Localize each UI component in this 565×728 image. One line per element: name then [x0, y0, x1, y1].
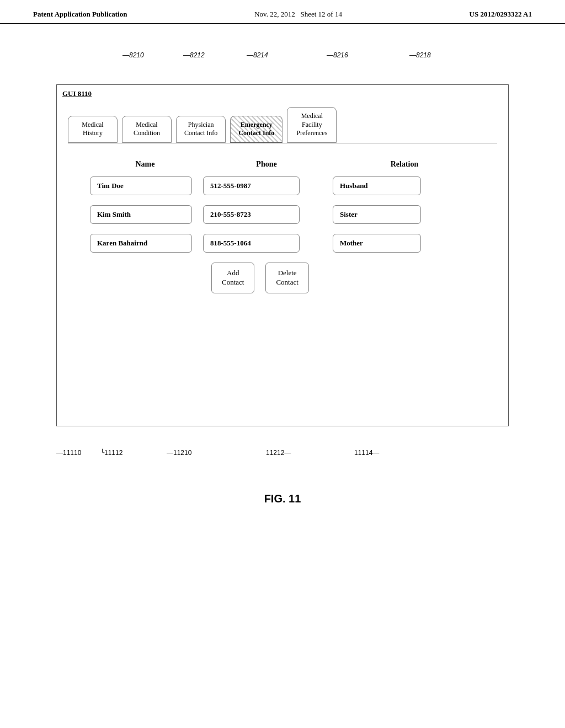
- name-field-1[interactable]: Tim Doe: [90, 176, 192, 195]
- tab-physician-contact[interactable]: PhysicianContact Info: [176, 116, 226, 143]
- contact-row-2: Kim Smith 210-555-8723 Sister: [90, 205, 475, 224]
- bottom-reference-labels: —11110 ╰11112 —11210 11212— 11114—: [56, 432, 509, 459]
- ref-11212: 11212—: [266, 449, 291, 457]
- relation-field-2[interactable]: Sister: [333, 205, 421, 224]
- tab-medical-history[interactable]: MedicalHistory: [68, 116, 118, 143]
- ref-8218: —8218: [409, 51, 431, 59]
- add-contact-button[interactable]: AddContact: [211, 263, 254, 293]
- figure-caption: FIG. 11: [264, 493, 301, 505]
- phone-field-1[interactable]: 512-555-0987: [203, 176, 300, 195]
- col-header-phone: Phone: [211, 160, 322, 169]
- sheet-info: Sheet 12 of 14: [300, 10, 342, 18]
- name-field-2[interactable]: Kim Smith: [90, 205, 192, 224]
- column-headers: Name Phone Relation: [90, 160, 475, 169]
- date-sheet: Nov. 22, 2012 Sheet 12 of 14: [254, 10, 342, 19]
- ref-11114: 11114—: [354, 449, 379, 457]
- col-header-name: Name: [90, 160, 200, 169]
- page-header: Patent Application Publication Nov. 22, …: [0, 0, 565, 24]
- gui-content: Name Phone Relation Tim Doe 512-555-0987…: [68, 143, 497, 304]
- ref-8212: —8212: [183, 51, 205, 59]
- publication-label: Patent Application Publication: [33, 10, 127, 19]
- name-field-3[interactable]: Karen Bahairnd: [90, 234, 192, 253]
- phone-field-3[interactable]: 818-555-1064: [203, 234, 300, 253]
- patent-number: US 2012/0293322 A1: [470, 10, 532, 19]
- ref-8216: —8216: [327, 51, 348, 59]
- gui-label: GUI 8110: [62, 89, 92, 98]
- main-content: —8210 —8212 —8214 —8216 —8218 GUI 8110 M…: [0, 24, 565, 527]
- top-reference-labels: —8210 —8212 —8214 —8216 —8218: [56, 46, 509, 84]
- tab-medical-condition[interactable]: MedicalCondition: [122, 116, 172, 143]
- date: Nov. 22, 2012: [254, 10, 295, 18]
- tab-medical-facility[interactable]: MedicalFacilityPreferences: [287, 107, 337, 143]
- col-header-relation: Relation: [355, 160, 454, 169]
- ref-11112: ╰11112: [100, 449, 122, 457]
- relation-field-3[interactable]: Mother: [333, 234, 421, 253]
- gui-box: GUI 8110 MedicalHistory MedicalCondition…: [56, 84, 509, 426]
- phone-field-2[interactable]: 210-555-8723: [203, 205, 300, 224]
- tab-emergency-contact[interactable]: EmergencyContact Info: [230, 116, 282, 143]
- action-buttons: AddContact DeleteContact: [211, 263, 475, 293]
- delete-contact-button[interactable]: DeleteContact: [265, 263, 308, 293]
- ref-8210: —8210: [122, 51, 144, 59]
- tab-bar: MedicalHistory MedicalCondition Physicia…: [57, 107, 508, 143]
- ref-11210: —11210: [167, 449, 191, 457]
- contact-row-3: Karen Bahairnd 818-555-1064 Mother: [90, 234, 475, 253]
- relation-field-1[interactable]: Husband: [333, 176, 421, 195]
- contact-row-1: Tim Doe 512-555-0987 Husband: [90, 176, 475, 195]
- ref-8214: —8214: [247, 51, 268, 59]
- ref-11110: —11110: [56, 449, 81, 457]
